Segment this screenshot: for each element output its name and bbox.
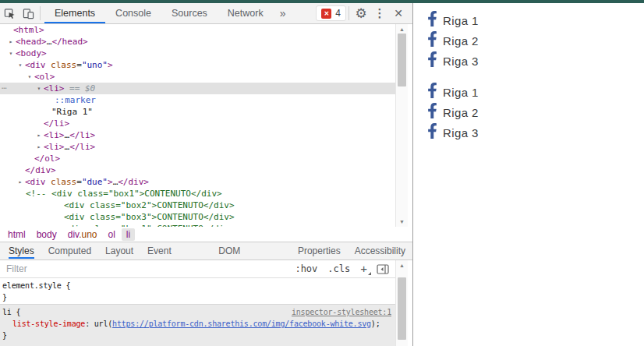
sidebar-tab-event-listeners[interactable]: Event Listeners: [140, 242, 211, 260]
code-token: <li>: [44, 142, 65, 152]
code-token: html: [8, 229, 26, 240]
breadcrumb-item-ol[interactable]: ol: [104, 228, 120, 241]
more-tabs-chevron-icon[interactable]: »: [274, 7, 292, 19]
sidebar-tab-properties[interactable]: Properties: [291, 242, 348, 260]
code-token: <!-- <div class="box1">CONTENUTO</div>: [26, 189, 222, 199]
error-badge[interactable]: ✕ 4: [316, 5, 346, 21]
disclosure-arrow-icon[interactable]: ▾: [16, 59, 24, 71]
list-item-label: Riga 3: [443, 126, 479, 139]
dom-tree-node[interactable]: <html>: [0, 24, 395, 36]
dom-tree-node[interactable]: ▸<head>…</head>: [0, 36, 395, 48]
close-devtools-icon[interactable]: ✕: [389, 4, 408, 23]
code-token: </ol>: [34, 154, 60, 164]
sidebar-tab-styles[interactable]: Styles: [2, 242, 41, 260]
list-item: Riga 3: [427, 122, 644, 143]
list-item: Riga 1: [427, 82, 644, 102]
error-count: 4: [335, 8, 341, 19]
code-token: ol: [108, 229, 115, 240]
inspect-element-icon[interactable]: [0, 4, 19, 23]
riga-list: Riga 1Riga 2Riga 3: [414, 10, 644, 71]
plus-label: +: [360, 262, 367, 275]
code-token: "Riga 1": [51, 107, 93, 117]
scroll-up-icon[interactable]: ▲: [396, 260, 408, 270]
hov-toggle-button[interactable]: :hov: [295, 263, 317, 274]
filter-input[interactable]: [0, 263, 295, 274]
breadcrumb-item-div.uno[interactable]: div.uno: [63, 228, 102, 241]
elements-scrollbar[interactable]: ▲ ▼: [395, 24, 408, 227]
code-token: <li>: [44, 130, 65, 140]
style-rule-block: element.style {}: [0, 278, 395, 304]
gear-icon[interactable]: ⚙: [352, 4, 370, 23]
code-token: <ol>: [34, 72, 55, 82]
facebook-icon: [427, 103, 437, 118]
new-style-rule-button[interactable]: +: [360, 263, 367, 274]
style-rule-line[interactable]: inspector-stylesheet:1li {: [2, 306, 393, 318]
scrollbar-thumb[interactable]: [398, 34, 406, 86]
tab-sources[interactable]: Sources: [161, 3, 218, 23]
kebab-menu-icon[interactable]: ⋮: [370, 4, 389, 23]
style-rule-line[interactable]: list-style-image: url(https://platform-c…: [2, 318, 393, 330]
breadcrumb-item-li[interactable]: li: [122, 228, 135, 241]
disclosure-arrow-icon[interactable]: ▸: [7, 36, 15, 48]
style-rule-line[interactable]: }: [2, 330, 393, 341]
dom-tree-node[interactable]: …▾<li> == $0: [0, 83, 395, 94]
sidebar-tab-layout[interactable]: Layout: [98, 242, 140, 260]
tab-network[interactable]: Network: [218, 3, 274, 23]
dom-tree-node[interactable]: ▸<div class="due">…</div>: [0, 176, 395, 188]
dom-tree-node[interactable]: </div>: [0, 164, 395, 176]
disclosure-arrow-icon[interactable]: ▾: [26, 71, 34, 83]
code-token: <html>: [13, 25, 44, 35]
dom-tree-node[interactable]: </li>: [0, 118, 395, 129]
sidebar-tab-computed[interactable]: Computed: [41, 242, 98, 260]
code-token: </head>: [51, 37, 87, 47]
dom-tree-node[interactable]: <div class="box3">CONTENUTO</div>: [0, 211, 395, 223]
disclosure-arrow-icon[interactable]: ▸: [16, 176, 24, 188]
sidebar-tab-label: Accessibility: [355, 242, 405, 259]
dom-tree-node[interactable]: ::marker: [0, 94, 395, 106]
code-token: https://platform-cdn.sharethis.com/img/f…: [112, 320, 371, 328]
breadcrumb-item-html[interactable]: html: [3, 228, 30, 241]
style-rule-line[interactable]: element.style {: [2, 280, 393, 291]
riga-list: Riga 1Riga 2Riga 3: [414, 82, 644, 143]
sidebar-tab-label: Layout: [105, 242, 133, 259]
cls-toggle-button[interactable]: .cls: [327, 263, 350, 274]
code-token: <body>: [16, 48, 47, 58]
devtools-panel: ElementsConsoleSourcesNetwork » ✕ 4 ⚙ ⋮ …: [0, 3, 413, 346]
sidebar-tab-dom-breakpoints[interactable]: DOM Breakpoints: [211, 242, 291, 260]
stylesheet-source-link[interactable]: inspector-stylesheet:1: [292, 306, 391, 318]
code-token: </li>: [69, 142, 95, 152]
scrollbar-thumb[interactable]: [398, 277, 406, 340]
breadcrumb-item-body[interactable]: body: [32, 228, 62, 241]
dom-tree-node[interactable]: ▸<li>…</li>: [0, 141, 395, 153]
list-item-label: Riga 2: [443, 34, 479, 48]
dom-tree-node[interactable]: <div class="box2">CONTENUTO</div>: [0, 199, 395, 211]
tab-elements[interactable]: Elements: [44, 3, 105, 23]
code-token: <li>: [44, 83, 65, 94]
dom-tree-node[interactable]: </ol>: [0, 153, 395, 164]
disclosure-arrow-icon[interactable]: ▸: [35, 129, 43, 141]
code-token: </div>: [118, 177, 149, 187]
style-rule-line[interactable]: }: [2, 291, 393, 303]
disclosure-arrow-icon[interactable]: ▾: [35, 83, 43, 94]
code-token: =: [76, 177, 82, 187]
disclosure-arrow-icon[interactable]: ▸: [35, 141, 43, 153]
dom-tree-node[interactable]: ▾<ol>: [0, 71, 395, 83]
code-token: class: [46, 177, 77, 187]
breadcrumb: htmlbodydiv.unoolli: [0, 227, 412, 242]
dom-tree-node[interactable]: ▸<li>…</li>: [0, 129, 395, 141]
sidebar-toggle-icon[interactable]: [377, 264, 389, 274]
disclosure-arrow-icon[interactable]: ▾: [7, 48, 15, 59]
sidebar-tab-accessibility[interactable]: Accessibility: [348, 242, 412, 260]
dom-tree-node[interactable]: "Riga 1": [0, 106, 395, 118]
dom-tree-node[interactable]: <!-- <div class="box1">CONTENUTO</div>: [0, 188, 395, 199]
dom-tree-node[interactable]: ▾<body>: [0, 48, 395, 59]
styles-scrollbar[interactable]: ▲: [395, 260, 408, 346]
scroll-down-icon[interactable]: ▼: [396, 217, 408, 227]
code-token: class: [46, 60, 77, 70]
list-item-label: Riga 3: [443, 55, 479, 68]
dom-tree-node[interactable]: ▾<div class="uno">: [0, 59, 395, 71]
code-token: .uno: [79, 229, 97, 240]
tab-console[interactable]: Console: [105, 3, 161, 23]
list-item: Riga 2: [427, 102, 644, 122]
device-toolbar-icon[interactable]: [19, 4, 37, 23]
